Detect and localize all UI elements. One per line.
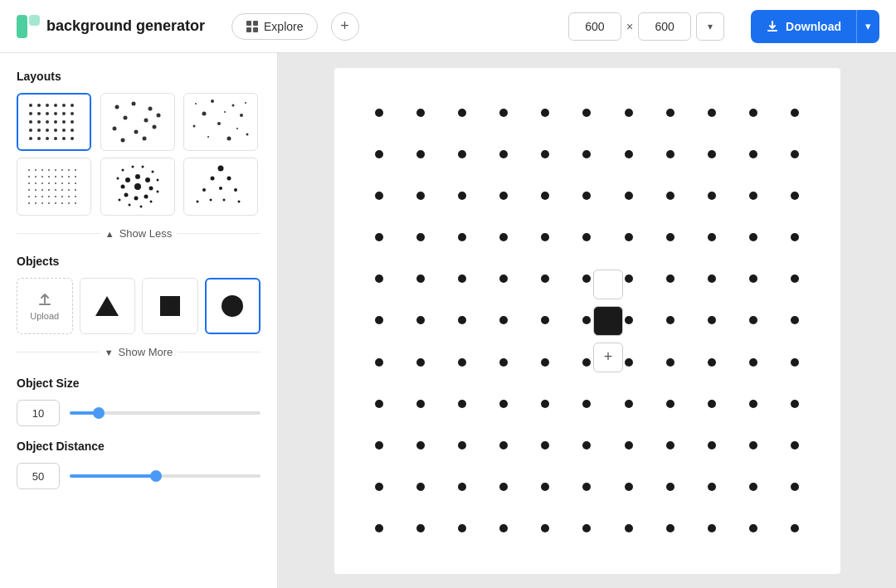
svg-point-24: [71, 120, 74, 124]
svg-point-142: [222, 295, 243, 317]
svg-point-84: [75, 182, 76, 184]
dot: [499, 400, 508, 408]
svg-point-64: [48, 169, 50, 171]
dot: [666, 524, 674, 532]
svg-point-61: [28, 169, 30, 171]
svg-rect-2: [246, 21, 251, 26]
svg-point-131: [227, 177, 231, 181]
download-dropdown-button[interactable]: ▾: [856, 10, 879, 43]
dot: [708, 524, 716, 532]
layout-item-tiny-grid[interactable]: [17, 158, 91, 216]
object-size-input[interactable]: [17, 400, 60, 426]
dot: [416, 400, 425, 408]
svg-point-31: [29, 137, 32, 140]
dot: [749, 524, 757, 532]
layout-item-circular[interactable]: [100, 158, 175, 216]
color-swatch-black[interactable]: [593, 306, 623, 336]
upload-icon: [37, 291, 53, 308]
svg-point-93: [28, 196, 30, 197]
svg-point-105: [55, 202, 56, 204]
dot: [458, 109, 466, 117]
dot: [375, 400, 383, 408]
object-distance-track[interactable]: [70, 474, 261, 478]
dot: [749, 358, 757, 367]
dot: [708, 483, 716, 491]
divider-left-2: [17, 352, 100, 352]
svg-point-53: [224, 111, 226, 113]
svg-point-59: [227, 137, 231, 141]
dot: [625, 150, 633, 158]
object-distance-input[interactable]: [17, 463, 60, 489]
dimensions-dropdown[interactable]: ▾: [696, 12, 724, 41]
layout-triangle-icon: [187, 162, 254, 211]
svg-point-22: [54, 120, 57, 124]
object-item-square[interactable]: [142, 278, 198, 334]
dot: [749, 275, 757, 283]
dot: [499, 483, 508, 491]
svg-point-29: [62, 129, 66, 132]
add-color-button[interactable]: +: [593, 343, 623, 372]
svg-point-108: [75, 202, 76, 204]
object-distance-section: Object Distance: [17, 440, 261, 489]
dot: [375, 441, 383, 450]
app-title: background generator: [46, 17, 205, 35]
svg-point-117: [120, 185, 124, 189]
grid-icon: [246, 20, 259, 33]
object-size-track[interactable]: [70, 411, 261, 415]
add-button[interactable]: +: [331, 12, 359, 41]
dot: [708, 316, 716, 324]
height-input[interactable]: [638, 12, 691, 41]
show-more-toggle[interactable]: ▼ Show More: [17, 341, 261, 363]
show-less-toggle[interactable]: ▲ Show Less: [17, 222, 261, 245]
layout-item-triangle[interactable]: [183, 158, 258, 216]
dot: [458, 192, 466, 200]
dot: [458, 358, 466, 367]
dot: [708, 441, 716, 450]
svg-point-118: [116, 177, 119, 180]
dot: [791, 483, 799, 491]
svg-point-75: [68, 176, 70, 177]
dot: [541, 275, 549, 283]
svg-point-50: [232, 104, 235, 107]
dot: [416, 150, 425, 158]
dot: [791, 400, 799, 408]
svg-rect-6: [767, 30, 777, 32]
layout-item-random[interactable]: [183, 93, 258, 151]
explore-button[interactable]: Explore: [231, 13, 317, 40]
svg-point-66: [61, 169, 63, 171]
layout-item-scattered[interactable]: [100, 93, 175, 151]
logo-area: background generator: [17, 15, 205, 38]
svg-rect-141: [160, 296, 180, 316]
dot: [791, 275, 799, 283]
svg-point-16: [54, 112, 57, 115]
upload-button[interactable]: Upload: [17, 278, 73, 334]
objects-title: Objects: [17, 255, 261, 268]
svg-point-83: [68, 182, 70, 184]
svg-point-104: [48, 202, 50, 204]
svg-point-82: [61, 182, 63, 184]
svg-point-58: [207, 136, 209, 138]
dot: [582, 358, 591, 367]
color-swatch-white[interactable]: [593, 270, 623, 299]
dot: [499, 316, 508, 324]
object-distance-thumb[interactable]: [150, 470, 162, 482]
svg-rect-1: [29, 15, 40, 26]
dot: [791, 441, 799, 450]
layouts-title: Layouts: [17, 70, 261, 83]
object-size-thumb[interactable]: [93, 407, 105, 419]
object-item-circle[interactable]: [205, 278, 261, 334]
svg-rect-3: [253, 21, 258, 26]
dot: [541, 483, 549, 491]
dot: [625, 192, 633, 200]
dot: [749, 109, 757, 117]
layout-item-uniform[interactable]: [17, 93, 91, 151]
width-input[interactable]: [568, 12, 621, 41]
object-item-triangle[interactable]: [80, 278, 136, 334]
svg-point-21: [46, 120, 49, 124]
svg-point-97: [55, 196, 56, 197]
svg-point-25: [29, 129, 32, 132]
dot: [499, 358, 508, 367]
svg-point-47: [156, 114, 160, 118]
chevron-down-icon: ▼: [105, 347, 114, 357]
download-main-button[interactable]: Download: [751, 10, 856, 43]
